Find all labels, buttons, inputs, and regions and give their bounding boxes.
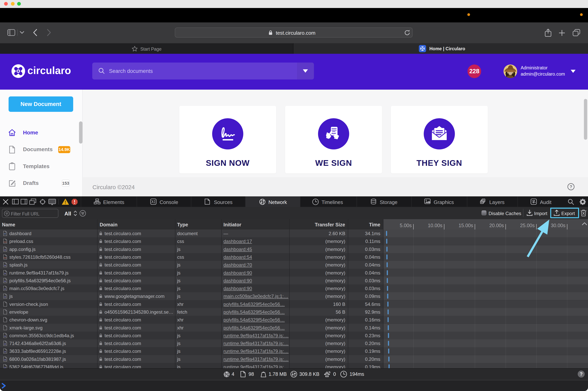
svg-text:JS: JS xyxy=(4,343,6,345)
svg-text:<>: <> xyxy=(4,233,6,235)
svg-text:JS: JS xyxy=(4,273,6,275)
svg-text:?: ? xyxy=(580,371,583,377)
svg-text:JS: JS xyxy=(4,280,6,282)
svg-text:css: css xyxy=(3,257,6,259)
svg-text:JS: JS xyxy=(4,351,6,353)
svg-text:JS: JS xyxy=(4,367,6,368)
svg-text:JS: JS xyxy=(4,335,6,337)
svg-text:?: ? xyxy=(570,184,572,189)
svg-text:JS: JS xyxy=(4,359,6,361)
svg-text:JS: JS xyxy=(4,288,6,290)
svg-text:JS: JS xyxy=(4,296,6,298)
svg-text:JS: JS xyxy=(4,249,6,251)
svg-text:JS: JS xyxy=(4,265,6,267)
svg-text:css: css xyxy=(3,241,6,243)
